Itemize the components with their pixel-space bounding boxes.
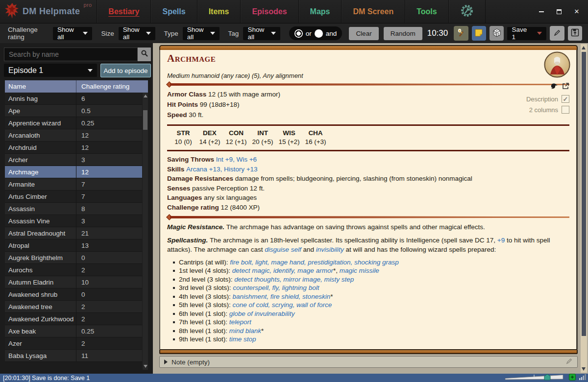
description-checkbox[interactable]: ✓ <box>562 95 569 103</box>
inline-link[interactable]: fire bolt, light, mage hand, prestidigit… <box>230 259 398 266</box>
monster-row[interactable]: Atropal13 <box>5 239 142 252</box>
inline-link[interactable]: time stop <box>229 335 256 343</box>
text: The archmage has advantage on saving thr… <box>226 223 485 231</box>
inline-link[interactable]: mind blank <box>229 327 261 334</box>
minimize-icon[interactable] <box>538 8 545 15</box>
app-window: DM Helpmate pro BestiarySpellsItemsEpiso… <box>0 0 588 382</box>
tab-spells[interactable]: Spells <box>150 0 196 23</box>
monster-row[interactable]: Archer3 <box>5 154 142 166</box>
inline-link[interactable]: invisibility <box>316 246 344 253</box>
monster-row[interactable]: Arcanaloth12 <box>5 129 142 142</box>
save-export-button[interactable] <box>568 26 582 41</box>
monster-row[interactable]: Awakened tree2 <box>5 301 142 313</box>
scrollbar-thumb[interactable] <box>143 110 147 130</box>
column-header-cr[interactable]: Challenge rating <box>76 80 148 93</box>
main-scrollbar[interactable] <box>581 44 587 373</box>
monster-row[interactable]: Armanite7 <box>5 178 142 191</box>
monster-row[interactable]: Assassin8 <box>5 203 142 215</box>
tools-gear-button[interactable] <box>448 0 486 23</box>
filter-select-value: Show all <box>187 26 204 41</box>
taper-divider <box>167 215 569 219</box>
monster-row[interactable]: Assassin Vine3 <box>5 215 142 227</box>
note-bar[interactable]: Note (empty) <box>159 356 578 368</box>
inline-link[interactable]: +9 <box>497 237 505 244</box>
monster-row[interactable]: Awakened shrub0 <box>5 288 142 301</box>
radio-and[interactable] <box>315 29 323 38</box>
inline-link[interactable]: detect thoughts, mirror image, misty ste… <box>234 276 354 283</box>
raven-icon[interactable] <box>550 83 558 91</box>
maximize-icon[interactable] <box>556 8 563 15</box>
monster-row[interactable]: Baba Lysaga11 <box>5 350 142 362</box>
inline-link[interactable]: detect magic, identify, mage armor <box>232 267 333 274</box>
radio-or-label: or <box>306 30 312 37</box>
tab-dm-screen[interactable]: DM Screen <box>341 0 405 23</box>
zoom-slider[interactable] <box>504 374 565 382</box>
column-header-name[interactable]: Name <box>5 80 76 93</box>
edit-save-button[interactable] <box>550 26 564 41</box>
inline-link[interactable]: disguise self <box>265 246 301 253</box>
inline-link[interactable]: counterspell, fly, lightning bolt <box>233 284 319 291</box>
inline-link[interactable]: Int +9, Wis +6 <box>216 156 257 163</box>
tab-maps[interactable]: Maps <box>298 0 342 23</box>
tab-bestiary[interactable]: Bestiary <box>97 0 150 23</box>
monster-name: Archdruid <box>5 142 76 153</box>
scrollbar-thumb[interactable] <box>582 52 586 336</box>
inline-link[interactable]: magic missile <box>340 267 379 274</box>
spell-level-text: 9th level (1 slot): time stop <box>179 335 256 344</box>
filter-select[interactable]: Show all <box>243 27 280 40</box>
filter-select[interactable]: Show all <box>53 27 92 40</box>
scroll-up-icon[interactable] <box>144 95 147 97</box>
tab-items[interactable]: Items <box>197 0 241 23</box>
monster-row[interactable]: Apprentice wizard0.25 <box>5 117 142 129</box>
monster-row[interactable]: Annis hag6 <box>5 93 142 105</box>
scroll-down-icon[interactable] <box>144 365 147 368</box>
monster-row[interactable]: Awakened Zurkhwood2 <box>5 313 142 325</box>
monster-row[interactable]: Aurochs2 <box>5 264 142 276</box>
close-icon[interactable]: ✕ <box>573 8 580 15</box>
inline-link[interactable]: cone of cold, scrying, wall of force <box>233 301 332 309</box>
tab-episodes[interactable]: Episodes <box>240 0 298 23</box>
inline-link[interactable]: teleport <box>229 318 251 326</box>
monster-row[interactable]: Autumn Eladrin10 <box>5 276 142 288</box>
monster-row[interactable]: Augrek Brighthelm0 <box>5 252 142 264</box>
text: Spellcasting. <box>167 237 210 244</box>
monster-row[interactable]: Astral Dreadnought21 <box>5 227 142 239</box>
episode-select[interactable]: Episode 1 <box>4 64 97 77</box>
monster-row[interactable]: Archmage12 <box>5 166 142 178</box>
green-status-icon[interactable] <box>569 374 576 382</box>
tab-tools[interactable]: Tools <box>405 0 448 23</box>
inline-link[interactable]: globe of invulnerability <box>229 310 295 317</box>
monster-portrait avatar[interactable] <box>544 51 570 78</box>
scroll-up-icon[interactable] <box>582 46 586 49</box>
search-button[interactable] <box>138 48 151 61</box>
monster-row[interactable]: Archdruid12 <box>5 142 142 154</box>
pencil-icon[interactable] <box>565 358 573 366</box>
monster-row[interactable]: Axe beak0.25 <box>5 325 142 337</box>
monster-table-header: Name Challenge rating <box>5 80 148 93</box>
text: Senses <box>167 185 192 192</box>
filter-select[interactable]: Show all <box>183 27 220 40</box>
note-button[interactable] <box>472 26 486 41</box>
dice-button[interactable] <box>490 26 504 41</box>
text: 4th level (3 slots): <box>179 293 233 300</box>
filter-select[interactable]: Show all <box>119 27 155 40</box>
external-link-icon[interactable] <box>562 82 569 91</box>
monster-cr: 3 <box>76 154 142 166</box>
random-button[interactable]: Random <box>384 27 422 40</box>
radio-or[interactable] <box>294 29 303 38</box>
monster-row[interactable]: Azer2 <box>5 337 142 350</box>
scroll-down-icon[interactable] <box>582 367 586 371</box>
inline-link[interactable]: Arcana +13, History +13 <box>186 166 258 173</box>
search-input[interactable] <box>4 48 138 61</box>
monster-row[interactable]: Artus Cimber7 <box>5 191 142 203</box>
expand-arrow-icon[interactable] <box>164 359 168 364</box>
monster-row[interactable]: Ape0.5 <box>5 105 142 117</box>
inline-link[interactable]: banishment, fire shield, stoneskin <box>233 293 331 300</box>
sidebar-scrollbar[interactable] <box>143 93 148 370</box>
save-slot-select[interactable]: Save 1 <box>507 27 546 40</box>
torch-button[interactable] <box>454 26 468 41</box>
clear-button[interactable]: Clear <box>349 27 378 40</box>
monster-name: Assassin <box>5 203 76 215</box>
add-to-episode-button[interactable]: Add to episode <box>100 64 151 77</box>
two-columns-checkbox[interactable] <box>562 106 569 114</box>
